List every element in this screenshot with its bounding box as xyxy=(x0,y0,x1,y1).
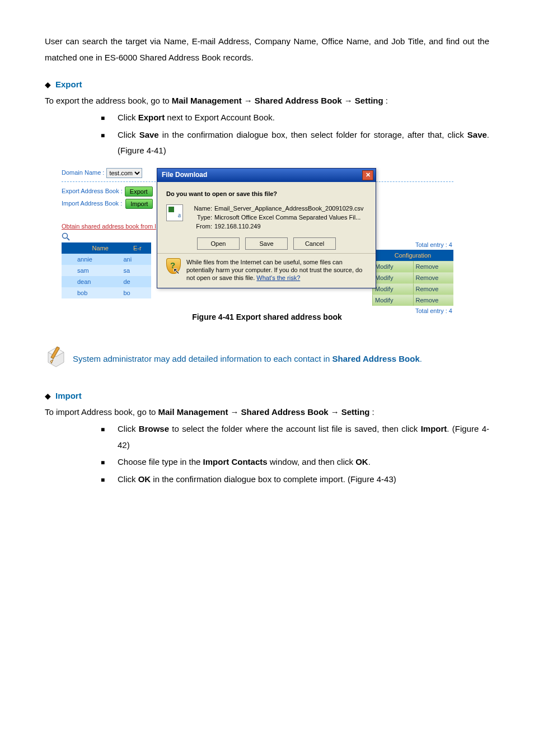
note-post: . xyxy=(420,354,422,363)
bullet-text: Click Save in the confirmation dialogue … xyxy=(118,127,489,159)
remove-button[interactable]: Remove xyxy=(413,272,454,283)
file-from: 192.168.110.249 xyxy=(214,223,261,230)
nav-b: Shared Address Book xyxy=(241,404,328,421)
square-icon: ■ xyxy=(101,129,107,142)
cell-name: sam xyxy=(62,267,124,274)
remove-button[interactable]: Remove xyxy=(413,295,454,306)
bullet-bold: OK xyxy=(138,474,151,484)
square-icon: ■ xyxy=(101,456,107,469)
bullet-post: next to Export Account Book. xyxy=(165,113,275,122)
note-pencil-icon xyxy=(45,347,69,371)
nav-b: Shared Address Book xyxy=(255,93,342,109)
config-row: Modify Remove xyxy=(372,272,453,283)
note: System administrator may add detailed in… xyxy=(45,347,489,371)
colon: : xyxy=(372,404,374,421)
config-row: Modify Remove xyxy=(372,261,453,272)
config-row: Modify Remove xyxy=(372,283,453,295)
bullet-pre: Click xyxy=(118,474,138,484)
remove-button[interactable]: Remove xyxy=(413,261,454,272)
screenshot: Domain Name : test.com Export Address Bo… xyxy=(62,168,453,298)
name-label: Name: xyxy=(189,204,212,212)
save-button[interactable]: Save xyxy=(245,237,288,250)
modify-button[interactable]: Modify xyxy=(372,283,413,295)
square-icon: ■ xyxy=(101,112,107,125)
config-header: Configuration xyxy=(372,250,453,261)
shield-help-icon: ? ↖ xyxy=(166,258,182,274)
bullet-bold2: Save xyxy=(467,130,487,139)
config-row: Modify Remove xyxy=(372,295,453,306)
modify-button[interactable]: Modify xyxy=(372,295,413,306)
svg-line-1 xyxy=(67,238,69,240)
nav-lead: To export the address book, go to xyxy=(45,93,170,109)
bullet-text: Click Export next to Export Account Book… xyxy=(118,110,489,126)
bullet-text: Choose file type in the Import Contacts … xyxy=(118,454,489,470)
cell-email: sa xyxy=(124,267,152,274)
table-row: bob bo xyxy=(62,287,151,298)
modify-button[interactable]: Modify xyxy=(372,272,413,283)
open-button[interactable]: Open xyxy=(197,237,240,250)
export-label: Export Address Book : xyxy=(62,187,123,195)
total-entry-bottom: Total entry : 4 xyxy=(372,307,453,315)
bullet-bold: Export xyxy=(138,113,165,122)
import-bullets: ■ Click Browse to select the folder wher… xyxy=(101,421,489,487)
import-button[interactable]: Import xyxy=(125,199,153,209)
arrow-icon: → xyxy=(344,93,353,109)
import-nav-line: To import Address book, go to Mail Manag… xyxy=(45,404,489,421)
bullet-pre: Click xyxy=(118,424,139,433)
modify-button[interactable]: Modify xyxy=(372,261,413,272)
domain-select[interactable]: test.com xyxy=(106,168,142,178)
cell-name: annie xyxy=(62,255,124,263)
nav-a: Mail Management xyxy=(158,404,228,421)
export-bullets: ■ Click Export next to Export Account Bo… xyxy=(101,110,489,159)
file-download-dialog: File Download ✕ Do you want to open or s… xyxy=(157,168,376,288)
cell-email: de xyxy=(124,278,152,286)
divider xyxy=(157,253,376,254)
diamond-icon: ◆ xyxy=(45,389,51,404)
bullet-bold: Browse xyxy=(139,424,169,433)
total-entry: Total entry : 4 xyxy=(372,241,453,249)
nav-c: Setting xyxy=(341,404,370,421)
bullet-post: in the confirmation dialogue box to comp… xyxy=(151,474,396,484)
intro-paragraph: User can search the target via Name, E-m… xyxy=(45,34,489,66)
arrow-icon: → xyxy=(230,404,238,421)
export-button[interactable]: Export xyxy=(125,186,153,197)
warn-text: While files from the Internet can be use… xyxy=(186,258,367,282)
type-label: Type: xyxy=(189,213,212,221)
table-row: sam sa xyxy=(62,265,151,276)
risk-link[interactable]: What's the risk? xyxy=(256,274,300,281)
bullet-bold: Save xyxy=(139,130,159,139)
bullet-pre: Choose file type in the xyxy=(118,457,203,466)
square-icon: ■ xyxy=(101,423,107,436)
bullet-text: Click Browse to select the folder where … xyxy=(118,421,489,453)
table-row: annie ani xyxy=(62,254,151,265)
close-icon[interactable]: ✕ xyxy=(362,170,373,180)
cancel-button[interactable]: Cancel xyxy=(293,237,336,250)
bullet-text: Click OK in the confirmation dialogue bo… xyxy=(118,472,489,488)
note-pre: System administrator may add detailed in… xyxy=(73,354,332,363)
bullet-post: window, and then click xyxy=(268,457,356,466)
from-label: From: xyxy=(189,222,212,230)
table-row: dean de xyxy=(62,276,151,287)
bullet-bold: Import Contacts xyxy=(203,457,268,466)
obtain-link[interactable]: Obtain shared address book from l xyxy=(62,222,156,230)
dialog-titlebar: File Download ✕ xyxy=(157,169,376,182)
import-label: Import Address Book : xyxy=(62,199,122,207)
bullet-post: in the confirmation dialogue box, then s… xyxy=(159,130,467,139)
cell-name: dean xyxy=(62,278,124,286)
diamond-icon: ◆ xyxy=(45,77,51,92)
bullet-pre: Click xyxy=(118,130,139,139)
remove-button[interactable]: Remove xyxy=(413,283,454,295)
section-title: Import xyxy=(55,388,82,404)
file-name: Email_Server_Appliance_AddressBook_20091… xyxy=(214,205,364,212)
dialog-title: File Download xyxy=(162,171,207,180)
square-icon: ■ xyxy=(101,474,107,487)
dialog-question: Do you want to open or save this file? xyxy=(166,190,367,198)
cursor-icon: ↖ xyxy=(173,265,180,277)
export-nav-line: To export the address book, go to Mail M… xyxy=(45,93,489,109)
search-icon[interactable] xyxy=(62,232,71,241)
th-name: Name xyxy=(62,242,124,254)
bullet-tail: . xyxy=(368,457,371,466)
note-bold: Shared Address Book xyxy=(332,354,420,363)
section-export: ◆ Export xyxy=(45,77,489,93)
domain-label: Domain Name : xyxy=(62,169,104,176)
